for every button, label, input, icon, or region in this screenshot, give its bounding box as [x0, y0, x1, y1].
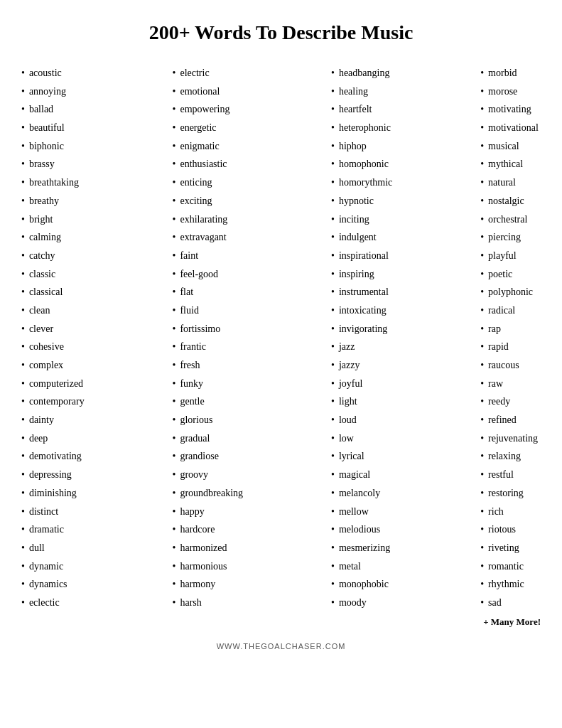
- word-label: relaxing: [488, 449, 521, 464]
- list-item: •melancoly: [331, 486, 392, 501]
- word-label: poetic: [488, 267, 512, 282]
- bullet-icon: •: [480, 156, 484, 172]
- list-item: •lyrical: [331, 449, 392, 464]
- bullet-icon: •: [21, 212, 25, 228]
- word-label: raw: [488, 376, 503, 392]
- list-item: •acoustic: [21, 65, 85, 81]
- bullet-icon: •: [21, 303, 25, 318]
- bullet-icon: •: [21, 522, 25, 537]
- list-item: •melodious: [331, 522, 392, 537]
- bullet-icon: •: [331, 156, 335, 172]
- list-item: •rapid: [480, 339, 541, 355]
- list-item: •riotous: [480, 522, 541, 537]
- word-label: energetic: [180, 120, 216, 136]
- bullet-icon: •: [21, 284, 25, 300]
- list-item: •inciting: [331, 212, 392, 228]
- word-label: morbid: [488, 65, 517, 81]
- bullet-icon: •: [173, 394, 176, 410]
- bullet-icon: •: [331, 65, 335, 81]
- list-item: •beautiful: [21, 120, 85, 136]
- list-item: •rich: [480, 504, 541, 520]
- list-item: •frantic: [173, 339, 244, 355]
- list-item: •depressing: [21, 467, 85, 483]
- list-item: •intoxicating: [331, 303, 392, 318]
- list-item: •funky: [173, 376, 244, 392]
- bullet-icon: •: [331, 84, 335, 100]
- list-item: •computerized: [21, 376, 85, 392]
- word-label: hardcore: [180, 522, 215, 537]
- list-item: •light: [331, 394, 392, 410]
- list-item: •dynamics: [21, 577, 85, 592]
- list-item: •breathtaking: [21, 175, 85, 191]
- word-label: biphonic: [29, 139, 64, 154]
- word-label: dull: [29, 540, 45, 556]
- list-item: •dynamic: [21, 559, 85, 574]
- bullet-icon: •: [21, 139, 25, 154]
- word-label: motivational: [488, 120, 539, 136]
- list-item: •biphonic: [21, 139, 85, 154]
- list-item: •clean: [21, 303, 85, 318]
- list-item: •calming: [21, 230, 85, 245]
- word-label: riotous: [488, 522, 516, 537]
- word-label: breathtaking: [29, 175, 79, 191]
- bullet-icon: •: [21, 84, 25, 100]
- word-label: joyful: [339, 376, 362, 392]
- word-label: morose: [488, 84, 517, 100]
- word-label: playful: [488, 248, 517, 264]
- word-label: melodious: [339, 522, 380, 537]
- word-label: dramatic: [29, 522, 64, 537]
- word-label: dynamic: [29, 559, 63, 574]
- word-label: inciting: [339, 212, 369, 228]
- bullet-icon: •: [21, 102, 25, 117]
- bullet-icon: •: [331, 339, 335, 355]
- list-item: •empowering: [173, 102, 244, 117]
- bullet-icon: •: [173, 102, 176, 117]
- bullet-icon: •: [21, 595, 25, 611]
- list-item: •emotional: [173, 84, 244, 100]
- list-item: •brassy: [21, 156, 85, 172]
- word-label: harmonious: [180, 559, 227, 574]
- word-label: moody: [339, 595, 367, 611]
- bullet-icon: •: [480, 175, 484, 191]
- list-item: •classical: [21, 284, 85, 300]
- list-item: •glorious: [173, 412, 244, 428]
- list-item: •grandiose: [173, 449, 244, 464]
- word-label: heartfelt: [339, 102, 372, 117]
- bullet-icon: •: [173, 139, 176, 154]
- word-label: deep: [29, 431, 48, 446]
- word-label: dynamics: [29, 577, 67, 592]
- list-item: •invigorating: [331, 321, 392, 337]
- bullet-icon: •: [21, 431, 25, 446]
- bullet-icon: •: [21, 559, 25, 574]
- bullet-icon: •: [173, 212, 176, 228]
- list-item: •ballad: [21, 102, 85, 117]
- word-label: electric: [180, 65, 209, 81]
- list-item: •musical: [480, 139, 541, 154]
- list-item: •restoring: [480, 486, 541, 501]
- list-item: •cohesive: [21, 339, 85, 355]
- bullet-icon: •: [21, 230, 25, 245]
- word-label: healing: [339, 84, 368, 100]
- list-item: •flat: [173, 284, 244, 300]
- word-label: rich: [488, 504, 504, 520]
- list-item: •playful: [480, 248, 541, 264]
- list-item: •electric: [173, 65, 244, 81]
- word-label: grandiose: [180, 449, 218, 464]
- word-label: magical: [339, 467, 370, 483]
- list-item: •gradual: [173, 431, 244, 446]
- bullet-icon: •: [173, 175, 176, 191]
- bullet-icon: •: [331, 577, 335, 592]
- bullet-icon: •: [173, 449, 176, 464]
- word-label: gentle: [180, 394, 204, 410]
- bullet-icon: •: [173, 577, 176, 592]
- word-label: rejuvenating: [488, 431, 538, 446]
- bullet-icon: •: [173, 540, 176, 556]
- bullet-icon: •: [21, 449, 25, 464]
- bullet-icon: •: [21, 467, 25, 483]
- word-label: jazzy: [339, 358, 360, 373]
- word-label: radical: [488, 303, 515, 318]
- word-label: inspiring: [339, 267, 374, 282]
- bullet-icon: •: [480, 577, 484, 592]
- bullet-icon: •: [21, 65, 25, 81]
- word-label: clean: [29, 303, 50, 318]
